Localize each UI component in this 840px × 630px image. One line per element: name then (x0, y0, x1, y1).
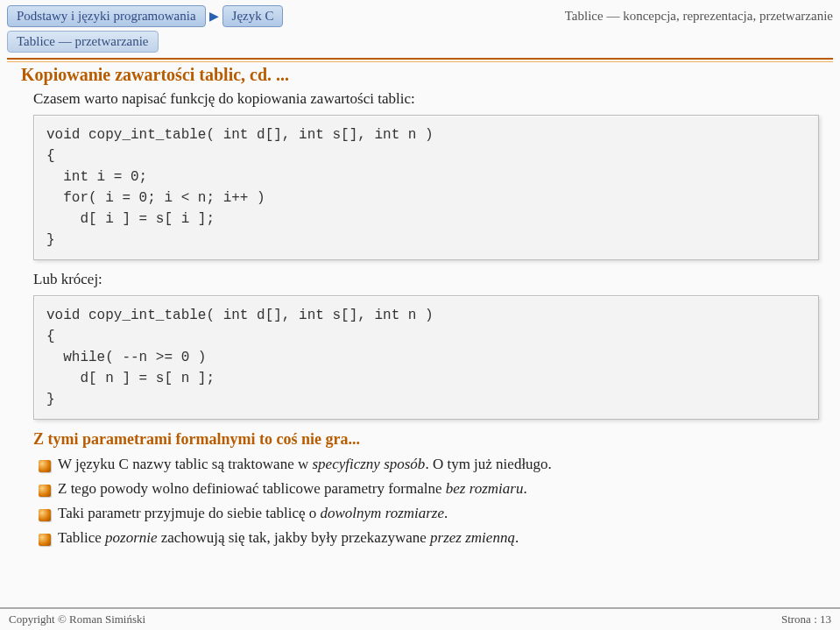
bullet-text: zachowują się tak, jakby były przekazywa… (158, 529, 431, 546)
bullet-text: . (444, 505, 448, 521)
code-block-1: void copy_int_table( int d[], int s[], i… (33, 115, 819, 260)
bullet-icon (39, 509, 51, 521)
bullet-list: W języku C nazwy tablic są traktowane w … (39, 456, 819, 547)
list-item: Z tego powody wolno definiować tablicowe… (39, 480, 819, 498)
bullet-text: . (523, 480, 526, 497)
footer-right: Strona : 13 (781, 612, 831, 626)
intro-text: Czasem warto napisać funkcję do kopiowan… (33, 90, 819, 108)
content: Kopiowanie zawartości tablic, cd. ... Cz… (0, 60, 840, 547)
breadcrumb-arrow-icon: ▶ (209, 9, 219, 24)
bullet-em: specyficzny sposób (312, 456, 425, 472)
section-row: Tablice — przetwarzanie (0, 27, 840, 53)
section-tag: Tablice — przetwarzanie (7, 31, 159, 53)
header-row: Podstawy i języki programowania ▶ Język … (0, 0, 840, 27)
shorter-label: Lub krócej: (33, 271, 819, 288)
code-block-2: void copy_int_table( int d[], int s[], i… (33, 295, 819, 420)
bullet-text: . (515, 529, 519, 546)
bullet-icon (39, 460, 51, 472)
list-item: W języku C nazwy tablic są traktowane w … (39, 456, 819, 473)
bullet-text: W języku C nazwy tablic są traktowane w (58, 456, 312, 472)
subheading: Z tymi parametrami formalnymi to coś nie… (33, 430, 819, 449)
breadcrumb-item-2: Język C (222, 5, 284, 27)
breadcrumb: Podstawy i języki programowania ▶ Język … (7, 5, 283, 27)
divider (7, 58, 833, 60)
list-item: Taki parametr przyjmuje do siebie tablic… (39, 505, 819, 522)
footer-left: Copyright © Roman Simiński (9, 612, 145, 626)
bullet-em: pozornie (105, 529, 158, 546)
footer: Copyright © Roman Simiński Strona : 13 (0, 607, 840, 630)
bullet-text: Taki parametr przyjmuje do siebie tablic… (58, 505, 321, 521)
bullet-em: bez rozmiaru (446, 480, 524, 497)
header-right-text: Tablice — koncepcja, reprezentacja, prze… (565, 5, 833, 24)
bullet-text: Tablice (58, 529, 105, 546)
list-item: Tablice pozornie zachowują się tak, jakb… (39, 529, 819, 547)
breadcrumb-item-1: Podstawy i języki programowania (7, 5, 206, 27)
bullet-em: przez zmienną (430, 529, 515, 546)
bullet-em: dowolnym rozmiarze (321, 505, 445, 521)
page-title: Kopiowanie zawartości tablic, cd. ... (21, 65, 819, 85)
bullet-icon (39, 534, 51, 546)
bullet-text: Z tego powody wolno definiować tablicowe… (58, 480, 446, 497)
bullet-text: . O tym już niedługo. (425, 456, 551, 472)
bullet-icon (39, 485, 51, 497)
